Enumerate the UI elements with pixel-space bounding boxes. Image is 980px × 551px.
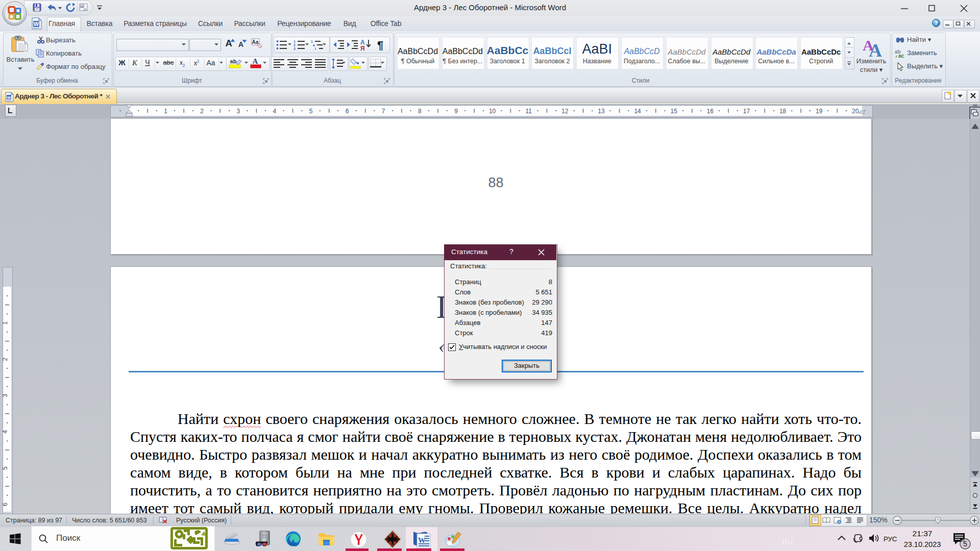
svg-text:4: 4: [3, 430, 9, 434]
svg-text:1: 1: [164, 108, 167, 115]
svg-text:8: 8: [418, 108, 422, 115]
svg-text:2: 2: [197, 59, 199, 64]
svg-text:14: 14: [634, 108, 641, 115]
svg-text:3: 3: [236, 108, 240, 115]
svg-text:5: 5: [309, 108, 313, 115]
svg-text:1: 1: [311, 40, 313, 43]
svg-text:?: ?: [935, 20, 938, 26]
svg-text:18: 18: [779, 108, 787, 115]
svg-text:6: 6: [346, 108, 349, 115]
svg-text:1: 1: [293, 40, 296, 43]
svg-text:10: 10: [489, 108, 496, 115]
svg-text:12: 12: [561, 108, 569, 115]
svg-text:Ж: Ж: [118, 58, 126, 67]
svg-text:7: 7: [382, 108, 385, 115]
svg-text:ab: ab: [230, 58, 237, 64]
svg-text:9: 9: [454, 108, 458, 115]
svg-text:abс: abс: [163, 59, 174, 66]
svg-text:16: 16: [707, 108, 714, 115]
svg-text:Ч: Ч: [145, 58, 150, 66]
svg-text:i: i: [315, 47, 316, 51]
svg-text:¶: ¶: [377, 39, 383, 52]
svg-text:1: 1: [3, 321, 9, 324]
svg-text:W: W: [418, 536, 426, 544]
svg-text:Aa: Aa: [206, 59, 215, 67]
svg-text:2: 2: [200, 108, 204, 115]
svg-text:4: 4: [273, 108, 277, 115]
svg-text:5: 5: [3, 466, 9, 470]
svg-text:3: 3: [3, 394, 9, 397]
svg-text:17: 17: [743, 108, 750, 115]
svg-text:15: 15: [671, 108, 678, 115]
svg-text:a: a: [313, 43, 315, 47]
svg-text:ac: ac: [898, 53, 904, 58]
svg-text:2: 2: [3, 358, 9, 361]
svg-text:2: 2: [182, 63, 185, 68]
svg-text:11: 11: [525, 108, 532, 115]
svg-text:Aa: Aa: [252, 39, 259, 45]
svg-text:5: 5: [963, 540, 967, 548]
svg-text:A: A: [253, 58, 258, 65]
svg-text:13: 13: [598, 108, 605, 115]
svg-text:Я: Я: [360, 45, 365, 52]
svg-text:К: К: [132, 59, 138, 67]
svg-text:6: 6: [3, 503, 9, 506]
svg-text:A: A: [869, 40, 882, 58]
svg-text:W: W: [7, 95, 11, 100]
svg-text:3: 3: [293, 47, 296, 51]
svg-text:2: 2: [293, 43, 296, 47]
svg-text:19: 19: [816, 108, 823, 115]
